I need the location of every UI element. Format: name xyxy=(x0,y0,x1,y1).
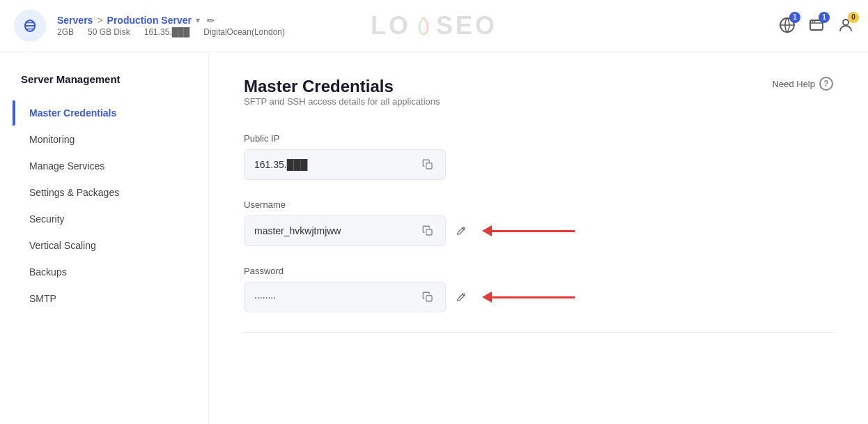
globe-badge: 1 xyxy=(789,12,800,23)
server-provider: DigitalOcean(London) xyxy=(203,27,285,37)
sidebar-item-security[interactable]: Security xyxy=(21,206,194,232)
edit-icon xyxy=(456,225,467,236)
svg-rect-7 xyxy=(426,229,432,235)
main-content: Master Credentials SFTP and SSH access d… xyxy=(209,52,868,424)
server-meta: 2GB 50 GB Disk 161.35.███ DigitalOcean(L… xyxy=(57,27,285,37)
username-value: master_hvkwjtmjww xyxy=(254,225,420,236)
breadcrumb-current[interactable]: Production Server xyxy=(107,15,192,26)
edit-icon xyxy=(456,292,467,303)
sidebar-item-smtp[interactable]: SMTP xyxy=(21,286,194,311)
edit-server-icon[interactable]: ✏ xyxy=(207,15,215,26)
watermark: LO SEO xyxy=(371,11,497,40)
sidebar-item-master-credentials[interactable]: Master Credentials xyxy=(21,100,194,126)
user-button[interactable]: 0 xyxy=(837,17,854,36)
username-copy-button[interactable] xyxy=(420,223,435,238)
copy-icon xyxy=(421,225,434,237)
sidebar-item-vertical-scaling[interactable]: Vertical Scaling xyxy=(21,233,194,258)
password-row: ········ xyxy=(244,282,833,312)
arrow-line xyxy=(491,230,575,232)
section-divider xyxy=(244,332,833,333)
password-value: ········ xyxy=(254,292,420,303)
page-subtitle: SFTP and SSH access details for all appl… xyxy=(244,96,440,107)
username-row: master_hvkwjtmjww xyxy=(244,215,833,246)
window-badge: 1 xyxy=(819,12,830,23)
username-edit-button[interactable] xyxy=(453,222,470,239)
sidebar: Server Management Master Credentials Mon… xyxy=(0,52,209,424)
public-ip-copy-button[interactable] xyxy=(420,157,435,172)
server-ip: 161.35.███ xyxy=(144,27,190,37)
username-field-section: Username master_hvkwjtmjww xyxy=(244,199,833,246)
password-input: ········ xyxy=(244,282,446,312)
breadcrumb-separator: > xyxy=(97,15,102,26)
username-label: Username xyxy=(244,199,833,210)
header: Servers > Production Server ▾ ✏ 2GB 50 G… xyxy=(0,0,868,52)
breadcrumb-servers[interactable]: Servers xyxy=(57,15,93,26)
copy-icon xyxy=(421,291,434,303)
sidebar-item-monitoring[interactable]: Monitoring xyxy=(21,127,194,152)
password-edit-button[interactable] xyxy=(453,289,470,305)
password-label: Password xyxy=(244,266,833,276)
globe-button[interactable]: 1 xyxy=(779,17,796,36)
arrow-head-icon xyxy=(482,292,492,303)
public-ip-field-section: Public IP 161.35.███ xyxy=(244,133,833,180)
copy-icon xyxy=(421,158,434,171)
public-ip-row: 161.35.███ xyxy=(244,149,833,180)
svg-rect-8 xyxy=(426,296,432,301)
public-ip-input: 161.35.███ xyxy=(244,149,446,180)
page-title: Master Credentials xyxy=(244,77,440,96)
arrow-line xyxy=(491,296,575,298)
help-icon: ? xyxy=(819,77,833,91)
layout: Server Management Master Credentials Mon… xyxy=(0,52,868,424)
username-arrow-indicator xyxy=(482,225,575,236)
public-ip-value: 161.35.███ xyxy=(254,159,420,170)
server-disk: 50 GB Disk xyxy=(88,27,130,37)
arrow-head-icon xyxy=(482,225,492,236)
sidebar-item-manage-services[interactable]: Manage Services xyxy=(21,153,194,179)
svg-point-3 xyxy=(812,21,814,22)
main-header: Master Credentials SFTP and SSH access d… xyxy=(244,77,833,129)
breadcrumb: Servers > Production Server ▾ ✏ 2GB 50 G… xyxy=(57,15,285,37)
password-arrow-indicator xyxy=(482,292,575,303)
password-copy-button[interactable] xyxy=(420,289,435,305)
public-ip-label: Public IP xyxy=(244,133,833,144)
username-input: master_hvkwjtmjww xyxy=(244,215,446,246)
svg-point-4 xyxy=(814,21,816,22)
need-help-button[interactable]: Need Help ? xyxy=(773,77,833,91)
header-actions: 1 1 0 xyxy=(779,17,854,36)
password-field-section: Password ········ xyxy=(244,266,833,312)
logo xyxy=(14,10,46,42)
user-badge: 0 xyxy=(848,12,859,23)
chevron-down-icon[interactable]: ▾ xyxy=(196,15,200,25)
sidebar-item-backups[interactable]: Backups xyxy=(21,259,194,285)
svg-point-5 xyxy=(843,20,848,25)
window-button[interactable]: 1 xyxy=(808,17,825,36)
svg-rect-6 xyxy=(426,163,432,169)
sidebar-item-settings-packages[interactable]: Settings & Packages xyxy=(21,180,194,205)
server-ram: 2GB xyxy=(57,27,74,37)
sidebar-title: Server Management xyxy=(21,73,194,85)
